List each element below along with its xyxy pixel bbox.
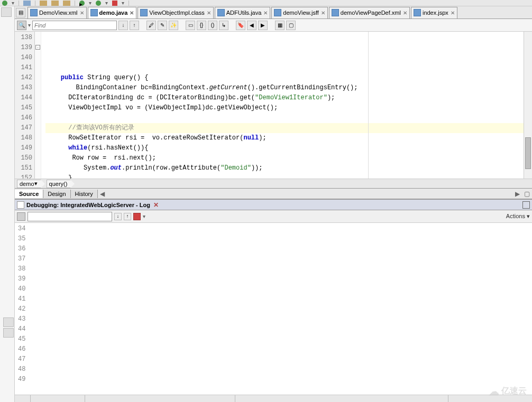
stop-icon[interactable] bbox=[133, 213, 141, 220]
scroll-left-icon[interactable]: ◀ bbox=[98, 190, 107, 198]
breadcrumb-item[interactable]: query() bbox=[47, 180, 71, 188]
close-icon[interactable]: ✕ bbox=[153, 201, 159, 209]
binoculars-icon[interactable] bbox=[17, 212, 25, 221]
fold-gutter[interactable]: - bbox=[35, 32, 41, 179]
actions-menu[interactable]: Actions ▾ bbox=[506, 213, 530, 220]
find-prev-icon[interactable]: ↓ bbox=[118, 21, 128, 30]
line-number: 152 bbox=[15, 173, 32, 179]
dropdown-icon[interactable]: ▾ bbox=[122, 0, 124, 6]
file-tab[interactable]: DemoView.xml✕ bbox=[27, 7, 87, 18]
window-icon[interactable]: ▢ bbox=[286, 21, 296, 30]
cloud-icon: ☁ bbox=[489, 385, 499, 398]
code-line[interactable]: RowSetIterator rsi = vo.createRowSetIter… bbox=[45, 133, 524, 143]
find-input[interactable] bbox=[32, 21, 117, 30]
code-line[interactable]: while(rsi.hasNext()){ bbox=[45, 143, 524, 153]
tab-list-icon[interactable]: ▤ bbox=[16, 8, 25, 17]
panel-toggle-icon[interactable] bbox=[3, 328, 14, 338]
scroll-right-icon[interactable]: ▶ bbox=[513, 190, 522, 198]
code-line[interactable]: public String query() { bbox=[45, 73, 524, 83]
play-icon[interactable]: ▸ bbox=[79, 1, 85, 6]
step-icon[interactable]: ↳ bbox=[219, 21, 228, 30]
debug-search-input[interactable] bbox=[27, 212, 112, 221]
code-line[interactable]: //查询该VO所有的记录 bbox=[45, 123, 524, 133]
tab-label: ADFUtils.java bbox=[226, 10, 262, 16]
debug-output[interactable]: 34353637383940414243444546474849 bbox=[15, 223, 532, 402]
search-down-icon[interactable]: ↓ bbox=[114, 213, 122, 220]
maximize-icon[interactable] bbox=[522, 201, 530, 209]
code-line[interactable]: System.out.println(row.getAttribute("Dem… bbox=[45, 163, 524, 173]
code-line[interactable]: BindingContainer bc=BindingContext.getCu… bbox=[45, 83, 524, 93]
jspx-icon bbox=[414, 9, 421, 16]
file-tab[interactable]: demo.java✕ bbox=[88, 7, 137, 18]
block-icon[interactable]: ▭ bbox=[186, 21, 195, 30]
code-line[interactable]: } bbox=[45, 173, 524, 179]
debug-output-line: 43 bbox=[18, 314, 529, 324]
highlight-icon[interactable]: ✎ bbox=[158, 21, 167, 30]
line-number: 148 bbox=[15, 133, 32, 143]
line-number: 150 bbox=[15, 153, 32, 163]
file-tab[interactable]: demoViewPageDef.xml✕ bbox=[329, 7, 410, 18]
folder2-icon[interactable] bbox=[51, 1, 59, 6]
dropdown-icon[interactable]: ▾ bbox=[12, 0, 14, 6]
close-icon[interactable]: ✕ bbox=[403, 10, 407, 16]
code-line[interactable]: Row row = rsi.next(); bbox=[45, 153, 524, 163]
dropdown-icon[interactable]: ▾ bbox=[34, 180, 38, 187]
fold-toggle-icon[interactable]: - bbox=[35, 45, 40, 50]
binoculars-icon[interactable]: 🔍 bbox=[17, 21, 26, 30]
dropdown-icon[interactable]: ▾ bbox=[143, 213, 145, 219]
file-tab[interactable]: index.jspx✕ bbox=[411, 7, 457, 18]
view-tab-source[interactable]: Source bbox=[15, 190, 43, 198]
tab-label: ViewObjectImpl.class bbox=[149, 10, 204, 16]
close-icon[interactable]: ✕ bbox=[451, 10, 455, 16]
view-tab-history[interactable]: History bbox=[71, 190, 98, 198]
debug-output-line: 36 bbox=[18, 244, 529, 254]
close-icon[interactable]: ✕ bbox=[130, 10, 134, 16]
bookmark-next-icon[interactable]: ▶ bbox=[258, 21, 268, 30]
close-icon[interactable]: ✕ bbox=[80, 10, 84, 16]
braces-icon[interactable]: {} bbox=[197, 21, 206, 30]
line-number: 149 bbox=[15, 143, 32, 153]
save-icon[interactable] bbox=[23, 1, 31, 6]
bookmark-prev-icon[interactable]: ◀ bbox=[247, 21, 256, 30]
dropdown-icon[interactable]: ▾ bbox=[105, 0, 108, 6]
close-icon[interactable]: ✕ bbox=[207, 10, 211, 16]
scrollbar-thumb[interactable] bbox=[525, 137, 531, 169]
code-line[interactable] bbox=[45, 113, 524, 123]
close-icon[interactable]: ✕ bbox=[263, 10, 268, 16]
code-editor[interactable]: 1381391401411421431441451461471481491501… bbox=[15, 32, 532, 179]
maximize-icon[interactable]: ▢ bbox=[522, 190, 532, 198]
view-tab-design[interactable]: Design bbox=[43, 190, 70, 198]
folder-icon[interactable] bbox=[40, 1, 47, 6]
dropdown-icon[interactable]: ▾ bbox=[89, 0, 91, 6]
breadcrumb-item[interactable]: demo ▾ bbox=[17, 180, 41, 188]
run-icon[interactable] bbox=[2, 1, 7, 6]
watermark: ☁ 亿速云 bbox=[489, 385, 527, 398]
search-up-icon[interactable]: ↑ bbox=[124, 213, 131, 220]
close-icon[interactable]: ✕ bbox=[321, 10, 325, 16]
code-content[interactable]: public String query() { BindingContainer… bbox=[41, 32, 524, 179]
dropdown-icon[interactable]: ▾ bbox=[28, 22, 31, 28]
file-tab[interactable]: ViewObjectImpl.class✕ bbox=[137, 7, 213, 18]
file-tab[interactable]: ADFUtils.java✕ bbox=[215, 7, 271, 18]
main-toolbar: ▾ ▸ ▾ ▾ ▾ bbox=[0, 0, 532, 6]
file-tab[interactable]: demoView.jsff✕ bbox=[271, 7, 327, 18]
code-line[interactable] bbox=[45, 63, 524, 73]
debug-icon[interactable] bbox=[96, 1, 101, 6]
panel-toggle-icon[interactable] bbox=[3, 317, 14, 327]
editor-tabs: ▤ DemoView.xml✕demo.java✕ViewObjectImpl.… bbox=[15, 6, 532, 19]
folder3-icon[interactable] bbox=[63, 1, 70, 6]
brackets-icon[interactable]: () bbox=[208, 21, 217, 30]
debug-output-line: 49 bbox=[18, 375, 529, 385]
panel-toggle-icon[interactable] bbox=[1, 7, 12, 17]
db-icon[interactable]: ▦ bbox=[275, 21, 285, 30]
stop-icon[interactable] bbox=[112, 1, 117, 6]
vertical-scrollbar[interactable] bbox=[524, 32, 532, 179]
find-next-icon[interactable]: ↑ bbox=[130, 21, 139, 30]
line-number: 141 bbox=[15, 63, 32, 73]
marker-icon[interactable]: 🖉 bbox=[146, 21, 156, 30]
wand-icon[interactable]: ✨ bbox=[169, 21, 178, 30]
code-line[interactable]: DCIteratorBinding dc = (DCIteratorBindin… bbox=[45, 93, 524, 103]
code-line[interactable]: ViewObjectImpl vo = (ViewObjectImpl)dc.g… bbox=[45, 103, 524, 113]
debug-output-line: 39 bbox=[18, 274, 529, 284]
bookmark-icon[interactable]: 🔖 bbox=[236, 21, 245, 30]
